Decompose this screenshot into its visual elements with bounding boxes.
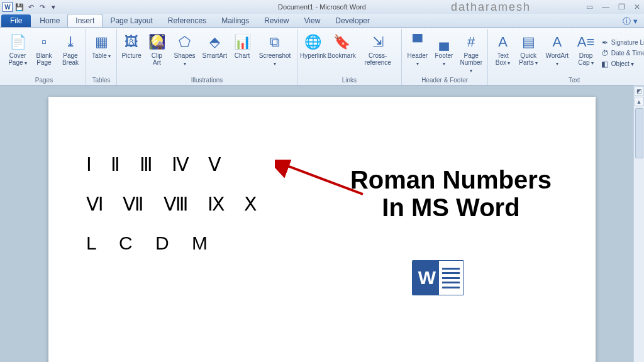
cover-page-button-label: Cover Page — [8, 52, 27, 67]
screenshot-button[interactable]: ⧉Screenshot — [255, 30, 294, 76]
group-links: 🌐Hyperlink🔖Bookmark⇲Cross-referenceLinks — [297, 29, 402, 85]
chart-button[interactable]: 📊Chart — [230, 30, 254, 76]
minimize-ribbon-icon[interactable]: ▭ — [586, 3, 593, 11]
smartart-button[interactable]: ⬘SmartArt — [201, 30, 229, 76]
group-label: Text — [491, 76, 644, 85]
text-box-button[interactable]: AText Box — [491, 30, 515, 76]
group-label: Pages — [5, 76, 83, 85]
shapes-button[interactable]: ⬠Shapes — [170, 30, 199, 76]
ribbon-tabs: File Home Insert Page Layout References … — [0, 14, 644, 28]
footer-icon: ▄ — [434, 32, 454, 52]
clip-art-button[interactable]: 🎑Clip Art — [145, 30, 169, 76]
ribbon: 📄Cover Page▫Blank Page⤓Page BreakPages▦T… — [0, 28, 644, 85]
page-number-button[interactable]: #Page Number — [457, 30, 485, 76]
save-icon[interactable]: 💾 — [15, 3, 24, 11]
group-illustrations: 🖼Picture🎑Clip Art⬠Shapes⬘SmartArt📊Chart⧉… — [117, 29, 297, 85]
header-icon: ▀ — [408, 32, 428, 52]
quick-parts-button-label: Quick Parts — [519, 52, 538, 67]
bookmark-icon: 🔖 — [331, 32, 352, 52]
quick-parts-button[interactable]: ▤Quick Parts — [516, 30, 541, 76]
date-time-icon: ⏱ — [601, 49, 609, 58]
tab-view[interactable]: View — [297, 14, 328, 27]
qat-customize-icon[interactable]: ▾ — [49, 3, 58, 11]
tab-review[interactable]: Review — [257, 14, 296, 27]
shapes-icon: ⬠ — [175, 32, 195, 52]
hyperlink-icon: 🌐 — [303, 32, 323, 52]
picture-icon: 🖼 — [121, 32, 142, 52]
cross-reference-icon: ⇲ — [368, 32, 388, 52]
picture-button[interactable]: 🖼Picture — [119, 30, 143, 76]
table-button-label: Table — [92, 52, 111, 60]
table-button[interactable]: ▦Table — [89, 30, 114, 76]
annotation-line-2: In MS Word — [350, 194, 552, 221]
page-break-button[interactable]: ⤓Page Break — [58, 30, 83, 76]
tab-insert[interactable]: Insert — [67, 14, 103, 27]
screenshot-button-label: Screenshot — [258, 52, 292, 67]
object-button[interactable]: ◧Object ▾ — [599, 59, 644, 69]
redo-icon[interactable]: ↷ — [38, 3, 47, 11]
file-tab[interactable]: File — [1, 14, 31, 27]
drop-cap-button[interactable]: A≡Drop Cap — [574, 30, 598, 76]
chart-icon: 📊 — [232, 32, 252, 52]
smartart-icon: ⬘ — [204, 32, 225, 52]
word-logo-w: W — [412, 260, 442, 295]
wordart-icon: A — [547, 32, 567, 52]
wordart-button[interactable]: AWordArt — [541, 30, 572, 76]
group-label: Links — [300, 76, 399, 85]
maximize-icon[interactable]: ❐ — [618, 3, 625, 11]
word-logo: W — [412, 260, 464, 295]
signature-line-button[interactable]: ✒Signature Line ▾ — [599, 38, 644, 48]
hyperlink-button[interactable]: 🌐Hyperlink — [300, 30, 326, 76]
group-text: AText Box▤Quick PartsAWordArtA≡Drop Cap✒… — [488, 29, 644, 85]
word-app-icon[interactable]: W — [3, 2, 13, 12]
tab-developer[interactable]: Developer — [328, 14, 377, 27]
tab-home[interactable]: Home — [32, 14, 67, 27]
window-controls: ▭ — ❐ ✕ — [586, 3, 640, 11]
page-break-icon: ⤓ — [60, 32, 80, 52]
date-time-button[interactable]: ⏱Date & Time — [599, 48, 644, 58]
scroll-up-icon[interactable]: ▲ — [635, 97, 644, 106]
document-area: Ⅰ Ⅱ Ⅲ Ⅳ Ⅴ Ⅵ Ⅶ Ⅷ Ⅸ Ⅹ L C D M Roman Number… — [0, 85, 644, 362]
window-title: Document1 - Microsoft Word — [278, 3, 366, 11]
tab-mailings[interactable]: Mailings — [214, 14, 257, 27]
clip-art-button-label: Clip Art — [152, 52, 162, 66]
group-label: Illustrations — [119, 76, 294, 85]
close-icon[interactable]: ✕ — [634, 3, 640, 11]
group-tables: ▦TableTables — [86, 29, 117, 85]
group-pages: 📄Cover Page▫Blank Page⤓Page BreakPages — [3, 29, 86, 85]
text-box-button-label: Text Box — [496, 52, 510, 67]
screenshot-icon: ⧉ — [265, 32, 285, 52]
group-label: Tables — [89, 76, 114, 85]
clip-art-icon: 🎑 — [147, 32, 167, 52]
cover-page-button[interactable]: 📄Cover Page — [5, 30, 30, 76]
blank-page-button-label: Blank Page — [36, 52, 52, 66]
footer-button[interactable]: ▄Footer — [432, 30, 456, 76]
cover-page-icon: 📄 — [8, 32, 28, 52]
title-bar: W 💾 ↶ ↷ ▾ Document1 - Microsoft Word dat… — [0, 0, 644, 14]
roman-row-3: L C D M — [86, 233, 558, 254]
signature-line-icon: ✒ — [601, 38, 609, 47]
undo-icon[interactable]: ↶ — [26, 3, 35, 11]
header-button[interactable]: ▀Header — [404, 30, 431, 76]
blank-page-icon: ▫ — [34, 32, 54, 52]
wordart-button-label: WordArt — [544, 52, 570, 67]
scroll-thumb[interactable] — [635, 108, 643, 158]
bookmark-button-label: Bookmark — [328, 52, 356, 59]
bookmark-button[interactable]: 🔖Bookmark — [328, 30, 356, 76]
text-box-icon: A — [493, 32, 513, 52]
drop-cap-button-label: Drop Cap — [578, 52, 594, 67]
blank-page-button[interactable]: ▫Blank Page — [31, 30, 57, 76]
page[interactable]: Ⅰ Ⅱ Ⅲ Ⅳ Ⅴ Ⅵ Ⅶ Ⅷ Ⅸ Ⅹ L C D M Roman Number… — [48, 97, 596, 362]
watermark-text: datharamesh — [451, 1, 531, 14]
group-label: Header & Footer — [404, 76, 485, 85]
help-icon[interactable]: ⓘ ▾ — [623, 16, 638, 27]
vertical-scrollbar[interactable]: ◩ ▲ — [633, 85, 644, 362]
cross-reference-button[interactable]: ⇲Cross-reference — [357, 30, 399, 76]
ruler-toggle-icon[interactable]: ◩ — [635, 86, 644, 96]
tab-page-layout[interactable]: Page Layout — [103, 14, 160, 27]
page-break-button-label: Page Break — [62, 52, 79, 66]
minimize-icon[interactable]: — — [602, 3, 609, 11]
cross-reference-button-label: Cross-reference — [360, 52, 396, 66]
annotation-line-1: Roman Numbers — [350, 166, 552, 194]
tab-references[interactable]: References — [160, 14, 214, 27]
